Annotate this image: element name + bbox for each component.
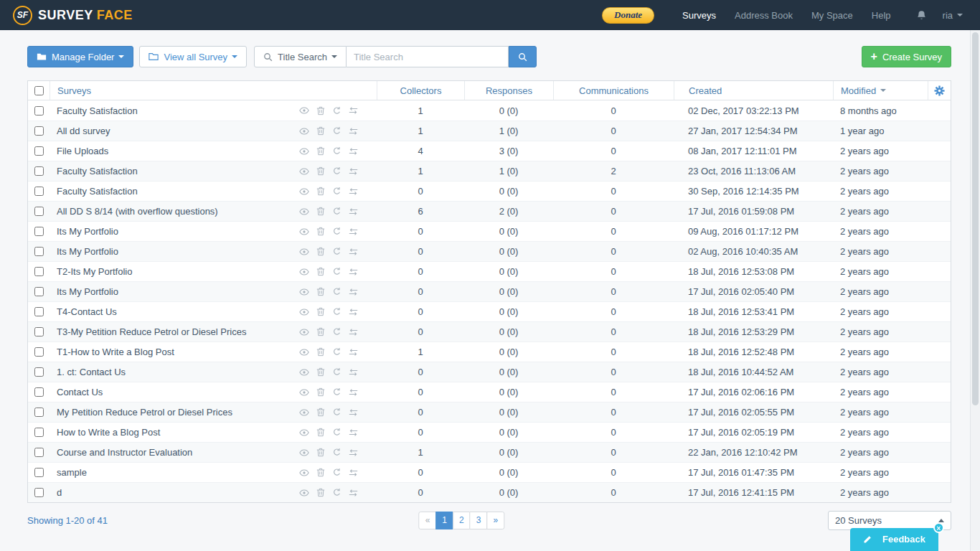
row-checkbox[interactable] bbox=[34, 146, 44, 156]
preview-eye-icon[interactable] bbox=[299, 468, 309, 478]
row-checkbox[interactable] bbox=[34, 126, 44, 136]
preview-eye-icon[interactable] bbox=[299, 448, 309, 458]
refresh-icon[interactable] bbox=[332, 267, 341, 276]
page-button-2[interactable]: 2 bbox=[453, 512, 471, 529]
delete-trash-icon[interactable] bbox=[316, 488, 325, 497]
row-checkbox[interactable] bbox=[34, 387, 44, 397]
refresh-icon[interactable] bbox=[332, 227, 341, 236]
preview-eye-icon[interactable] bbox=[299, 428, 309, 438]
col-communications[interactable]: Communications bbox=[553, 81, 674, 100]
transfer-icon[interactable] bbox=[349, 468, 358, 477]
search-type-dropdown[interactable]: Title Search bbox=[254, 46, 347, 67]
survey-name[interactable]: Its My Portfolio bbox=[57, 286, 118, 297]
nav-my-space[interactable]: My Space bbox=[811, 10, 853, 21]
survey-name[interactable]: Its My Portfolio bbox=[57, 246, 118, 257]
transfer-icon[interactable] bbox=[349, 187, 358, 196]
delete-trash-icon[interactable] bbox=[316, 327, 325, 336]
scrollbar-thumb[interactable] bbox=[972, 32, 979, 405]
refresh-icon[interactable] bbox=[332, 146, 341, 156]
user-menu[interactable]: ria bbox=[943, 10, 963, 21]
scrollbar[interactable] bbox=[970, 30, 980, 551]
refresh-icon[interactable] bbox=[332, 488, 341, 497]
delete-trash-icon[interactable] bbox=[316, 106, 325, 116]
delete-trash-icon[interactable] bbox=[316, 247, 325, 256]
row-checkbox[interactable] bbox=[34, 468, 44, 477]
refresh-icon[interactable] bbox=[332, 287, 341, 296]
transfer-icon[interactable] bbox=[349, 106, 358, 115]
search-button[interactable] bbox=[509, 46, 537, 67]
transfer-icon[interactable] bbox=[349, 388, 358, 397]
row-checkbox[interactable] bbox=[34, 247, 44, 256]
col-modified[interactable]: Modified bbox=[833, 81, 928, 100]
row-checkbox[interactable] bbox=[34, 287, 44, 296]
row-checkbox[interactable] bbox=[34, 367, 44, 377]
preview-eye-icon[interactable] bbox=[299, 126, 309, 136]
refresh-icon[interactable] bbox=[332, 207, 341, 216]
survey-name[interactable]: Faculty Satisfaction bbox=[57, 105, 138, 116]
transfer-icon[interactable] bbox=[349, 127, 358, 136]
delete-trash-icon[interactable] bbox=[316, 146, 325, 156]
transfer-icon[interactable] bbox=[349, 207, 358, 216]
survey-name[interactable]: sample bbox=[57, 467, 87, 478]
delete-trash-icon[interactable] bbox=[316, 307, 325, 316]
transfer-icon[interactable] bbox=[349, 448, 358, 457]
survey-name[interactable]: Course and Instructor Evaluation bbox=[57, 447, 192, 458]
preview-eye-icon[interactable] bbox=[299, 247, 309, 257]
row-checkbox[interactable] bbox=[34, 347, 44, 357]
survey-name[interactable]: T2-Its My Portfolio bbox=[57, 266, 132, 277]
create-survey-button[interactable]: + Create Survey bbox=[862, 46, 951, 67]
transfer-icon[interactable] bbox=[349, 428, 358, 437]
transfer-icon[interactable] bbox=[349, 268, 358, 276]
gear-icon[interactable] bbox=[934, 85, 945, 96]
title-search-input[interactable] bbox=[347, 46, 509, 67]
delete-trash-icon[interactable] bbox=[316, 468, 325, 477]
refresh-icon[interactable] bbox=[332, 187, 341, 196]
col-collectors[interactable]: Collectors bbox=[377, 81, 464, 100]
page-button-1[interactable]: 1 bbox=[435, 512, 453, 529]
preview-eye-icon[interactable] bbox=[299, 327, 309, 337]
refresh-icon[interactable] bbox=[332, 387, 341, 397]
transfer-icon[interactable] bbox=[349, 489, 358, 497]
preview-eye-icon[interactable] bbox=[299, 227, 309, 237]
transfer-icon[interactable] bbox=[349, 167, 358, 176]
row-checkbox[interactable] bbox=[34, 408, 44, 417]
row-checkbox[interactable] bbox=[34, 227, 44, 236]
preview-eye-icon[interactable] bbox=[299, 187, 309, 197]
row-checkbox[interactable] bbox=[34, 166, 44, 176]
transfer-icon[interactable] bbox=[349, 248, 358, 256]
row-checkbox[interactable] bbox=[34, 267, 44, 276]
preview-eye-icon[interactable] bbox=[299, 146, 309, 156]
preview-eye-icon[interactable] bbox=[299, 166, 309, 176]
app-logo[interactable]: SF SURVEYFACE bbox=[13, 6, 133, 25]
row-checkbox[interactable] bbox=[34, 448, 44, 457]
preview-eye-icon[interactable] bbox=[299, 367, 309, 377]
manage-folder-button[interactable]: Manage Folder bbox=[27, 46, 133, 67]
nav-surveys[interactable]: Surveys bbox=[682, 10, 716, 21]
delete-trash-icon[interactable] bbox=[316, 448, 325, 457]
preview-eye-icon[interactable] bbox=[299, 307, 309, 317]
transfer-icon[interactable] bbox=[349, 348, 358, 357]
transfer-icon[interactable] bbox=[349, 308, 358, 316]
survey-name[interactable]: File Uploads bbox=[57, 146, 108, 156]
delete-trash-icon[interactable] bbox=[316, 367, 325, 377]
preview-eye-icon[interactable] bbox=[299, 105, 309, 116]
delete-trash-icon[interactable] bbox=[316, 287, 325, 296]
feedback-close-icon[interactable]: × bbox=[933, 522, 944, 533]
col-created[interactable]: Created bbox=[674, 81, 833, 100]
transfer-icon[interactable] bbox=[349, 288, 358, 296]
preview-eye-icon[interactable] bbox=[299, 488, 309, 498]
delete-trash-icon[interactable] bbox=[316, 126, 325, 136]
delete-trash-icon[interactable] bbox=[316, 408, 325, 417]
transfer-icon[interactable] bbox=[349, 227, 358, 236]
refresh-icon[interactable] bbox=[332, 247, 341, 256]
col-responses[interactable]: Responses bbox=[464, 81, 553, 100]
page-button-«[interactable]: « bbox=[419, 512, 437, 529]
refresh-icon[interactable] bbox=[332, 106, 341, 116]
row-checkbox[interactable] bbox=[34, 207, 44, 216]
survey-name[interactable]: d bbox=[57, 487, 62, 498]
refresh-icon[interactable] bbox=[332, 307, 341, 316]
row-checkbox[interactable] bbox=[34, 327, 44, 336]
transfer-icon[interactable] bbox=[349, 368, 358, 377]
survey-name[interactable]: T3-My Petition Reduce Petrol or Diesel P… bbox=[57, 326, 246, 337]
refresh-icon[interactable] bbox=[332, 448, 341, 457]
